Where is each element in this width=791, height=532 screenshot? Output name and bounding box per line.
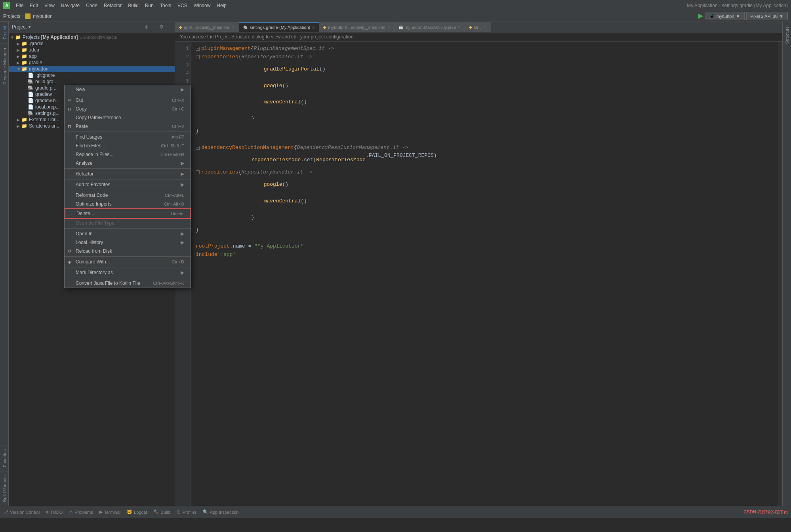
tree-item-build-gradle[interactable]: ▶ 🐘 build.gra... [9, 78, 175, 85]
menu-navigate[interactable]: Navigate [58, 2, 83, 9]
ctx-local-history[interactable]: Local History ▶ [65, 238, 191, 247]
fold-2[interactable]: − [196, 55, 200, 59]
breadcrumb-mybutton[interactable]: mybutton [33, 13, 52, 19]
tab-resource-manager[interactable]: Resource Manager [0, 43, 8, 89]
ctx-sep4 [65, 179, 191, 179]
tab-project[interactable]: Project [0, 21, 8, 43]
ctx-copy-path[interactable]: Copy Path/Reference... [65, 113, 191, 122]
scroll-gutter[interactable] [778, 42, 782, 506]
tab-main-activity[interactable]: ☕ mybutton\MainActivity.java ✕ [395, 22, 465, 32]
ctx-sep1 [65, 95, 191, 95]
status-profiler[interactable]: ⏱ Profiler [177, 510, 196, 515]
fold-11[interactable]: − [196, 170, 200, 174]
menu-refactor[interactable]: Refactor [101, 2, 125, 9]
device-selector[interactable]: 📱 mybutton ▼ [705, 12, 744, 20]
tab-app-activity-main[interactable]: ◆ app\...\activity_main.xml ✕ [175, 22, 239, 32]
ctx-optimize-imports[interactable]: Optimize Imports Ctrl+Alt+O [65, 200, 191, 208]
ctx-open-in[interactable]: Open In ▶ [65, 229, 191, 238]
tab-settings-gradle[interactable]: 🐘 settings.gradle (My Application) ✕ [239, 22, 319, 32]
ctx-new[interactable]: New ▶ [65, 85, 191, 94]
status-todo[interactable]: ≡ TODO [46, 510, 63, 515]
status-terminal[interactable]: ▶ Terminal [99, 509, 121, 515]
app-inspection-icon: 🔍 [203, 509, 208, 515]
ctx-compare[interactable]: ◈ Compare With... Ctrl+D [65, 257, 191, 266]
status-version-control[interactable]: ⎇ Version Control [3, 509, 40, 515]
code-line-10: repositoriesMode.set(RepositoriesMode.FA… [196, 152, 774, 168]
tab-build-variants[interactable]: Build Variants [0, 471, 8, 506]
ctx-convert-kotlin[interactable]: Convert Java File to Kotlin File Ctrl+Al… [65, 279, 191, 288]
project-toolbar-collapse[interactable]: ≡ [152, 24, 155, 30]
run-button[interactable]: ▶ [698, 12, 703, 20]
status-app-inspection[interactable]: 🔍 App Inspection [203, 509, 239, 515]
chevron-down-icon: ▼ [736, 14, 740, 19]
tree-root-label: Projects [My Application] [23, 34, 78, 40]
menu-tools[interactable]: Tools [157, 2, 174, 9]
ctx-mark-dir[interactable]: Mark Directory as ▶ [65, 268, 191, 277]
ctx-new-label: New [76, 87, 181, 92]
ctx-add-favorites[interactable]: Add to Favorites ▶ [65, 180, 191, 189]
status-logcat[interactable]: 🐱 Logcat [127, 509, 147, 515]
tree-item-gitignore[interactable]: ▶ 📄 .gitignore [9, 72, 175, 78]
tree-item-gradle-hidden[interactable]: ▶ 📁 .gradle [9, 40, 175, 47]
ctx-copy[interactable]: ⊓ Copy Ctrl+C [65, 105, 191, 113]
ctx-replace-files-shortcut: Ctrl+Shift+R [160, 152, 184, 157]
project-toolbar-add[interactable]: ⊕ [145, 24, 149, 30]
project-dropdown[interactable]: Project ▼ [12, 24, 31, 30]
menu-view[interactable]: View [41, 2, 58, 9]
breadcrumb-bar: Projects › mybutton ▶ 📱 mybutton ▼ Pixel… [0, 11, 791, 21]
ctx-copy-shortcut: Ctrl+C [172, 107, 184, 111]
api-selector[interactable]: Pixel 2 API 30 ▼ [746, 12, 788, 20]
tree-label-external-libs: External Libr... [29, 117, 59, 122]
tab-close-4[interactable]: ✕ [457, 25, 461, 29]
ctx-find-files-label: Find in Files... [76, 143, 153, 149]
tree-item-app[interactable]: ▶ 📁 app [9, 53, 175, 59]
problems-icon: ⚠ [69, 509, 73, 515]
tree-item-mybutton[interactable]: ▼ 📁 mybutton [9, 66, 175, 72]
ctx-cut[interactable]: ✂ Cut Ctrl+X [65, 96, 191, 105]
menu-file[interactable]: File [13, 2, 27, 9]
tab-label-5: str... [474, 25, 482, 30]
ctx-analyze[interactable]: Analyze ▶ [65, 159, 191, 168]
fold-1[interactable]: − [196, 47, 200, 51]
tab-favorites[interactable]: Favorites [0, 445, 8, 471]
menu-help[interactable]: Help [213, 2, 230, 9]
menu-run[interactable]: Run [142, 2, 157, 9]
tab-structure[interactable]: Structure [783, 23, 791, 47]
tab-close-5[interactable]: ✕ [484, 25, 487, 29]
ctx-delete[interactable]: Delete... Delete [65, 208, 191, 219]
breadcrumb-projects[interactable]: Projects [3, 13, 20, 19]
code-line-1: −pluginManagement { PluginManagementSpec… [196, 45, 774, 53]
tab-mybutton-activity-main[interactable]: ◆ mybutton\...\activity_main.xml ✕ [319, 22, 394, 32]
ctx-find-usages[interactable]: Find Usages Alt+F7 [65, 133, 191, 141]
ctx-refactor[interactable]: Refactor ▶ [65, 170, 191, 178]
menu-edit[interactable]: Edit [27, 2, 41, 9]
paste-icon: ⊓ [68, 124, 74, 129]
status-build[interactable]: 🔨 Build [153, 509, 170, 515]
code-content[interactable]: −pluginManagement { PluginManagementSpec… [191, 42, 778, 506]
status-problems[interactable]: ⚠ Problems [69, 509, 93, 515]
tree-item-root[interactable]: ▼ 📁 Projects [My Application] D:\Android… [9, 34, 175, 40]
tab-close-2[interactable]: ✕ [312, 25, 315, 30]
ctx-paste[interactable]: ⊓ Paste Ctrl+V [65, 122, 191, 131]
tab-close-3[interactable]: ✕ [387, 25, 390, 29]
project-toolbar-settings[interactable]: ⚙ [159, 24, 164, 30]
ctx-replace-files[interactable]: Replace in Files... Ctrl+Shift+R [65, 150, 191, 159]
tab-close-1[interactable]: ✕ [232, 25, 235, 29]
menu-build[interactable]: Build [125, 2, 142, 9]
menu-vcs[interactable]: VCS [174, 2, 191, 9]
ctx-reload[interactable]: ↺ Reload from Disk [65, 247, 191, 256]
breadcrumb-separator: › [22, 13, 23, 19]
menu-window[interactable]: Window [191, 2, 214, 9]
tree-item-idea[interactable]: ▶ 📁 .idea [9, 47, 175, 53]
tree-item-gradle[interactable]: ▶ 📁 gradle [9, 59, 175, 66]
right-sidebar: Structure [782, 21, 791, 506]
version-control-icon: ⎇ [3, 509, 8, 515]
menu-code[interactable]: Code [83, 2, 101, 9]
ctx-find-files-shortcut: Ctrl+Shift+F [161, 143, 184, 148]
ctx-find-files[interactable]: Find in Files... Ctrl+Shift+F [65, 141, 191, 150]
ctx-reformat[interactable]: Reformat Code Ctrl+Alt+L [65, 191, 191, 200]
fold-9[interactable]: − [196, 146, 200, 150]
ctx-paste-shortcut: Ctrl+V [172, 124, 184, 129]
tab-str[interactable]: ◆ str... ✕ [465, 22, 491, 32]
project-toolbar-minimize[interactable]: − [168, 24, 170, 30]
